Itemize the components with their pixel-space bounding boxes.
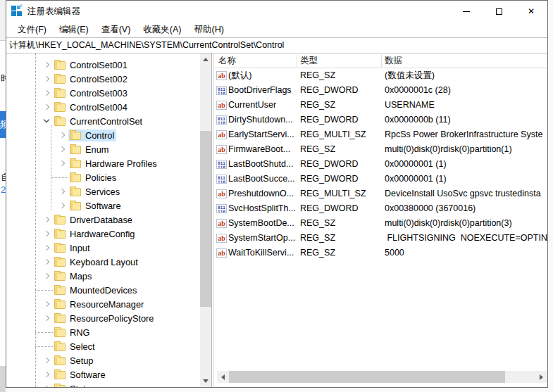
folder-icon bbox=[70, 188, 81, 196]
column-header-0[interactable]: 名称 bbox=[218, 53, 236, 68]
chevron-right-icon[interactable] bbox=[59, 189, 65, 194]
tree-item-resourcemanager[interactable]: ResourceManager bbox=[6, 297, 200, 311]
value-name: PreshutdownO... bbox=[228, 186, 296, 201]
chevron-right-icon[interactable] bbox=[44, 217, 49, 222]
chevron-right-icon[interactable] bbox=[59, 132, 65, 138]
tree-item-label: Enum bbox=[83, 144, 111, 156]
tree-item-input[interactable]: Input bbox=[6, 241, 200, 255]
value-row-preshutdowno-[interactable]: abPreshutdownO...REG_MULTI_SZDeviceInsta… bbox=[214, 186, 547, 201]
value-name: SystemStartOp... bbox=[228, 231, 296, 246]
chevron-right-icon[interactable] bbox=[44, 259, 49, 265]
background-window-segment bbox=[0, 0, 6, 41]
tree-item-controlset003[interactable]: ControlSet003 bbox=[6, 86, 200, 100]
chevron-right-icon[interactable] bbox=[44, 358, 49, 363]
tree-item-keyboard-layout[interactable]: Keyboard Layout bbox=[6, 255, 200, 269]
value-name: LastBootShutd... bbox=[228, 157, 296, 172]
chevron-right-icon[interactable] bbox=[44, 104, 49, 110]
value-row-firmwareboot-[interactable]: abFirmwareBoot...REG_SZmulti(0)disk(0)rd… bbox=[214, 142, 547, 157]
folder-icon bbox=[54, 357, 66, 365]
tree-item-policies[interactable]: Policies bbox=[6, 170, 200, 184]
chevron-right-icon[interactable] bbox=[44, 301, 49, 307]
scroll-down-arrow[interactable] bbox=[200, 375, 211, 387]
tree-item-services[interactable]: Services bbox=[6, 184, 200, 198]
tree-item-controlset002[interactable]: ControlSet002 bbox=[6, 72, 200, 86]
tree-item-hardware-profiles[interactable]: Hardware Profiles bbox=[6, 156, 200, 170]
column-separator[interactable] bbox=[381, 55, 382, 67]
list-horizontal-scrollbar[interactable] bbox=[217, 371, 547, 383]
address-bar[interactable]: 计算机\HKEY_LOCAL_MACHINE\SYSTEM\CurrentCon… bbox=[6, 37, 547, 53]
tree-item-maps[interactable]: Maps bbox=[6, 269, 200, 283]
tree-item-controlset001[interactable]: ControlSet001 bbox=[6, 58, 200, 72]
maximize-icon bbox=[496, 8, 502, 15]
title-bar[interactable]: 注册表编辑器 ✕ bbox=[6, 1, 547, 22]
scrollbar-thumb[interactable] bbox=[200, 131, 211, 307]
value-row-bootdriverflags[interactable]: 011110BootDriverFlagsREG_DWORD0x0000001c… bbox=[214, 83, 547, 98]
chevron-right-icon[interactable] bbox=[44, 245, 49, 251]
value-data: multi(0)disk(0)rdisk(0)partition(3) bbox=[385, 216, 547, 231]
value-row-lastbootshutd-[interactable]: 011110LastBootShutd...REG_DWORD0x0000000… bbox=[214, 157, 547, 172]
chevron-right-icon[interactable] bbox=[44, 386, 49, 387]
value-data: 0x0000001c (28) bbox=[385, 83, 547, 98]
value-row-lastbootsucce-[interactable]: 011110LastBootSucce...REG_DWORD0x0000000… bbox=[214, 172, 547, 186]
tree-item-control[interactable]: Control bbox=[6, 128, 200, 142]
chevron-right-icon[interactable] bbox=[44, 315, 49, 321]
close-icon: ✕ bbox=[528, 1, 535, 22]
menu-view[interactable]: 查看(V) bbox=[95, 22, 137, 37]
scroll-up-arrow[interactable] bbox=[200, 53, 211, 65]
value-type: REG_MULTI_SZ bbox=[300, 127, 380, 142]
tree-item-hardwareconfig[interactable]: HardwareConfig bbox=[6, 227, 200, 241]
scroll-left-arrow[interactable] bbox=[217, 371, 229, 383]
column-header-2[interactable]: 数据 bbox=[385, 53, 402, 68]
value-data: 0x00000001 (1) bbox=[385, 157, 547, 172]
tree-item-setup[interactable]: Setup bbox=[6, 353, 200, 367]
chevron-right-icon[interactable] bbox=[44, 62, 49, 68]
tree-vertical-scrollbar[interactable] bbox=[200, 53, 211, 387]
scroll-right-arrow[interactable] bbox=[535, 371, 547, 383]
tree-item-currentcontrolset[interactable]: CurrentControlSet bbox=[6, 114, 200, 128]
column-separator[interactable] bbox=[297, 55, 297, 67]
value-row--[interactable]: ab(默认)REG_SZ(数值未设置) bbox=[214, 68, 547, 83]
column-header-1[interactable]: 类型 bbox=[300, 53, 318, 68]
tree-item-software[interactable]: Software bbox=[6, 367, 200, 381]
tree-item-rng[interactable]: RNG bbox=[6, 325, 200, 339]
close-button[interactable]: ✕ bbox=[515, 1, 547, 22]
value-row-svchostsplitth-[interactable]: 011110SvcHostSplitTh...REG_DWORD0x003800… bbox=[214, 201, 547, 216]
value-row-waittokillservi-[interactable]: abWaitToKillServi...REG_SZ5000 bbox=[214, 246, 547, 260]
tree-item-mounteddevices[interactable]: MountedDevices bbox=[6, 283, 200, 297]
tree-item-state[interactable]: State bbox=[6, 381, 200, 387]
scrollbar-thumb[interactable] bbox=[229, 371, 505, 383]
chevron-right-icon[interactable] bbox=[59, 160, 65, 166]
minimize-button[interactable] bbox=[450, 1, 483, 22]
chevron-down-icon[interactable] bbox=[44, 117, 49, 122]
tree-item-software[interactable]: Software bbox=[6, 198, 200, 213]
tree-item-controlset004[interactable]: ControlSet004 bbox=[6, 100, 200, 114]
value-row-systemstartop-[interactable]: abSystemStartOp...REG_SZ FLIGHTSIGNING N… bbox=[214, 231, 547, 246]
chevron-right-icon[interactable] bbox=[44, 372, 49, 377]
chevron-right-icon[interactable] bbox=[44, 76, 49, 82]
value-row-currentuser[interactable]: abCurrentUserREG_SZUSERNAME bbox=[214, 98, 547, 113]
tree-item-label: DriverDatabase bbox=[68, 214, 135, 226]
list-header: 名称类型数据 bbox=[214, 53, 547, 68]
background-selected-item-fragment: 频 bbox=[0, 111, 6, 138]
menu-edit[interactable]: 编辑(E) bbox=[53, 22, 95, 37]
chevron-right-icon[interactable] bbox=[59, 203, 65, 208]
chevron-right-icon[interactable] bbox=[44, 231, 49, 236]
tree-item-select[interactable]: Select bbox=[6, 339, 200, 353]
chevron-right-icon[interactable] bbox=[44, 90, 49, 96]
chevron-right-icon[interactable] bbox=[59, 146, 65, 152]
value-row-dirtyshutdown-[interactable]: 011110DirtyShutdown...REG_DWORD0x0000000… bbox=[214, 113, 547, 127]
menu-help[interactable]: 帮助(H) bbox=[187, 22, 230, 37]
folder-icon bbox=[54, 216, 66, 225]
chevron-right-icon[interactable] bbox=[44, 273, 49, 279]
value-row-earlystartservi-[interactable]: abEarlyStartServi...REG_MULTI_SZRpcSs Po… bbox=[214, 127, 547, 142]
registry-tree: ControlSet001ControlSet002ControlSet003C… bbox=[6, 53, 200, 387]
maximize-button[interactable] bbox=[483, 1, 515, 22]
menu-favorites[interactable]: 收藏夹(A) bbox=[137, 22, 187, 37]
value-row-systembootde-[interactable]: abSystemBootDe...REG_SZmulti(0)disk(0)rd… bbox=[214, 216, 547, 231]
menu-file[interactable]: 文件(F) bbox=[11, 22, 53, 37]
tree-item-enum[interactable]: Enum bbox=[6, 142, 200, 156]
tree-item-resourcepolicystore[interactable]: ResourcePolicyStore bbox=[6, 311, 200, 325]
dword-icon: 011110 bbox=[216, 175, 227, 184]
tree-item-driverdatabase[interactable]: DriverDatabase bbox=[6, 213, 200, 227]
tree-pane: ControlSet001ControlSet002ControlSet003C… bbox=[6, 53, 211, 387]
